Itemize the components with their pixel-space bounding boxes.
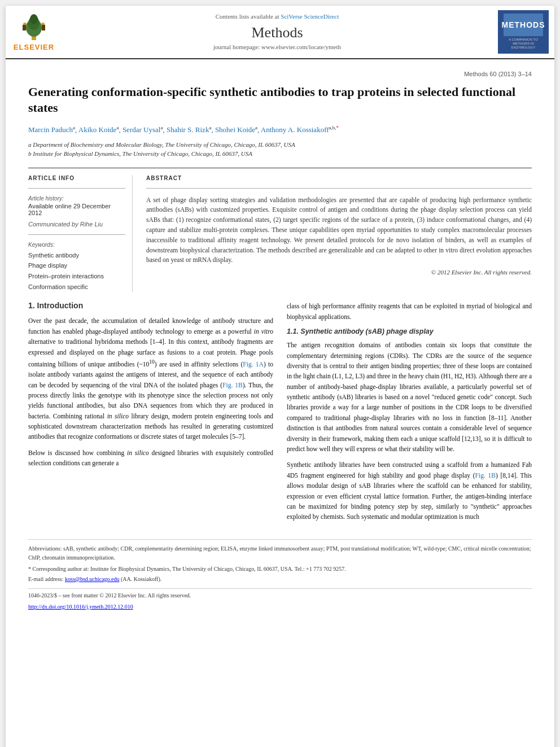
corresponding-note: * Corresponding author at: Institute for… <box>28 565 532 574</box>
available-online: Available online 29 December 2012 <box>28 203 125 216</box>
volume-info: Methods 60 (2013) 3–14 <box>28 71 532 77</box>
email-note: E-mail address: koss@bsd.uchicago.edu (A… <box>28 575 532 584</box>
fig1b-link[interactable]: Fig. 1B <box>222 382 243 388</box>
elsevier-tree-icon <box>17 12 51 43</box>
divider-3 <box>146 188 532 189</box>
abstract-label: ABSTRACT <box>146 175 532 181</box>
svg-point-3 <box>30 14 38 24</box>
affiliation-b: b Institute for Biophysical Dynamics, Th… <box>28 149 532 159</box>
fig1a-link[interactable]: Fig. 1A <box>243 361 264 368</box>
author-paduch: Marcin Paducha <box>28 125 75 134</box>
email-link[interactable]: koss@bsd.uchicago.edu <box>65 576 119 582</box>
elsevier-logo: ELSEVIER <box>11 10 56 54</box>
sciverse-text: Contents lists available at <box>216 13 279 20</box>
divider-2 <box>28 234 125 235</box>
page: ELSEVIER Contents lists available at Sci… <box>6 6 554 747</box>
abbreviations-note: Abbreviations: sAB, synthetic antibody; … <box>28 544 532 562</box>
author-uysal: Serdar Uysala <box>123 125 163 134</box>
history-label: Article history: <box>28 195 125 202</box>
methods-logo-box: METHODS A COMPANION TO METHODS IN ENZYMO… <box>498 10 549 54</box>
journal-header: ELSEVIER Contents lists available at Sci… <box>6 6 554 59</box>
keywords-list: Synthetic antibody Phage display Protein… <box>28 250 125 292</box>
body-para-1: Over the past decade, the accumulation o… <box>28 316 273 442</box>
keyword-4: Conformation specific <box>28 282 125 292</box>
doi-note[interactable]: http://dx.doi.org/10.1016/j.ymeth.2012.1… <box>28 602 532 611</box>
issn-note: 1046-2023/$ – see front matter © 2012 El… <box>28 588 532 600</box>
article-content: Methods 60 (2013) 3–14 Generating confor… <box>6 59 554 623</box>
keyword-2: Phage display <box>28 260 125 271</box>
below-text: Below <box>28 449 45 456</box>
keyword-3: Protein–protein interactions <box>28 271 125 282</box>
section1-1-heading: 1.1. Synthetic antibody (sAB) phage disp… <box>287 327 532 335</box>
journal-info: Contents lists available at SciVerse Sci… <box>62 10 492 54</box>
sciverse-link[interactable]: SciVerse ScienceDirect <box>281 13 339 20</box>
keywords-label: Keywords: <box>28 242 125 248</box>
journal-title-header: Methods <box>62 24 492 41</box>
svg-rect-7 <box>42 25 45 30</box>
sciverse-line: Contents lists available at SciVerse Sci… <box>62 13 492 20</box>
body-col-left: 1. Introduction Over the past decade, th… <box>28 301 273 527</box>
keyword-1: Synthetic antibody <box>28 250 125 261</box>
author-kossiakoff: Anthony A. Kossiakoffa,b,* <box>261 125 339 134</box>
author-koide-a: Akiko Koidea <box>78 125 119 134</box>
abstract-column: ABSTRACT A set of phage display sorting … <box>146 175 532 292</box>
affiliations: a Department of Biochemistry and Molecul… <box>28 140 532 159</box>
abstract-copyright: © 2012 Elsevier Inc. All rights reserved… <box>146 269 532 276</box>
methods-logo-sub: A COMPANION TO METHODS IN ENZYMOLOGY <box>501 38 545 50</box>
footnotes: Abbreviations: sAB, synthetic antibody; … <box>28 539 532 611</box>
author-rizk: Shahir S. Rizka <box>167 125 211 134</box>
affiliation-a: a Department of Biochemistry and Molecul… <box>28 140 532 150</box>
abstract-text: A set of phage display sorting strategie… <box>146 195 532 266</box>
methods-logo-text: METHODS <box>502 20 545 29</box>
article-meta-section: ARTICLE INFO Article history: Available … <box>28 168 532 292</box>
body-para-5: Synthetic antibody libraries have been c… <box>287 460 532 522</box>
article-info-column: ARTICLE INFO Article history: Available … <box>28 175 133 292</box>
communicated-by: Communicated by Rihe Liu <box>28 221 125 228</box>
article-info-label: ARTICLE INFO <box>28 175 125 181</box>
author-koide-s: Shohei Koidea <box>215 125 257 134</box>
divider-1 <box>28 188 125 189</box>
authors-line: Marcin Paducha, Akiko Koidea, Serdar Uys… <box>28 124 532 136</box>
body-para-2: Below is discussed how combining in sili… <box>28 448 273 469</box>
article-title: Generating conformation-specific synthet… <box>28 84 532 116</box>
body-para-4: The antigen recognition domains of antib… <box>287 340 532 454</box>
doi-link[interactable]: http://dx.doi.org/10.1016/j.ymeth.2012.1… <box>28 604 133 610</box>
svg-rect-6 <box>23 25 26 30</box>
body-para-3: class of high performance affinity reage… <box>287 301 532 322</box>
elsevier-label: ELSEVIER <box>14 43 54 51</box>
homepage-line: journal homepage: www.elsevier.com/locat… <box>62 43 492 50</box>
body-section: 1. Introduction Over the past decade, th… <box>28 301 532 527</box>
section1-heading: 1. Introduction <box>28 301 273 310</box>
body-col-right: class of high performance affinity reage… <box>287 301 532 527</box>
fig1b-link2[interactable]: Fig. 1B <box>475 472 496 479</box>
